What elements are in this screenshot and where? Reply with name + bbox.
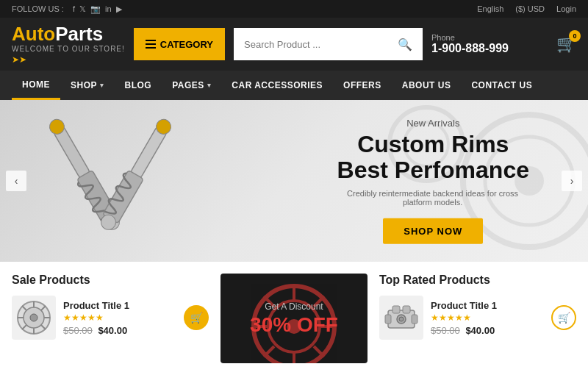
nav-pages[interactable]: PAGES ▾ — [162, 71, 221, 100]
promo-discount: 30% OFF — [250, 315, 338, 335]
phone-label: Phone — [431, 33, 455, 42]
hero-description: Credibly reintermediate backend ideas fo… — [337, 189, 528, 207]
svg-point-41 — [399, 317, 404, 321]
top-rated-product-name: Product Title 1 — [431, 300, 544, 311]
top-rated-product-thumbnail — [379, 296, 423, 340]
nav-car-accessories[interactable]: CAR ACCESSORIES — [221, 71, 333, 100]
currency-display: ($) USD — [515, 4, 545, 13]
shock-absorber-svg — [37, 111, 184, 251]
youtube-icon[interactable]: ▶ — [116, 4, 122, 14]
sale-price-new: $40.00 — [98, 325, 127, 336]
top-rated-product-info: Product Title 1 ★★★★★ $50.00 $40.00 — [431, 300, 544, 336]
nav-contact[interactable]: CONTACT US — [461, 71, 542, 100]
top-rated-price-old: $50.00 — [431, 325, 460, 336]
hero-content: New Arrivals Custom Rims Best Perfomance… — [337, 118, 529, 244]
svg-line-34 — [264, 346, 274, 357]
phone-section: Phone 1-900-888-999 — [431, 33, 542, 55]
nav-home[interactable]: HOME — [12, 71, 60, 100]
login-link[interactable]: Login — [556, 4, 576, 13]
promo-content: Get A Discount 30% OFF — [250, 301, 338, 335]
logo[interactable]: AutoParts WELCOME TO OUR STORE! ➤➤ — [12, 24, 125, 65]
top-rated-section: Top Rated Products Product Title 1 ★★★★★… — [379, 274, 576, 363]
header: AutoParts WELCOME TO OUR STORE! ➤➤ CATEG… — [0, 18, 588, 71]
twitter-icon[interactable]: 𝕏 — [79, 4, 86, 14]
follow-label: FOLLOW US : — [12, 4, 64, 13]
sale-add-to-cart-button[interactable]: 🛒 — [184, 305, 209, 330]
wheel-icon — [15, 299, 53, 337]
svg-point-15 — [30, 314, 37, 321]
engine-icon — [382, 299, 420, 337]
sale-products-title: Sale Products — [12, 274, 209, 287]
sale-products-section: Sale Products Product Title — [12, 274, 209, 363]
svg-rect-37 — [403, 306, 410, 313]
search-bar: 🔍 — [234, 28, 423, 60]
top-rated-product-price: $50.00 $40.00 — [431, 325, 544, 336]
nav-offers[interactable]: OFFERS — [333, 71, 392, 100]
logo-decoration: ➤➤ — [12, 54, 125, 65]
category-label: CATEGORY — [160, 39, 213, 50]
linkedin-icon[interactable]: in — [105, 4, 112, 13]
top-rated-product-item: Product Title 1 ★★★★★ $50.00 $40.00 🛒 — [379, 296, 576, 340]
phone-number: 1-900-888-999 — [431, 42, 509, 55]
top-rated-title: Top Rated Products — [379, 274, 576, 287]
logo-parts: Parts — [55, 23, 103, 45]
nav-blog[interactable]: BLOG — [115, 71, 162, 100]
category-button[interactable]: CATEGORY — [134, 28, 225, 60]
language-selector[interactable]: English — [477, 4, 503, 13]
svg-rect-39 — [412, 315, 417, 324]
hero-next-button[interactable]: › — [562, 171, 582, 191]
sale-product-info: Product Title 1 ★★★★★ $50.00 $40.00 — [63, 300, 176, 336]
svg-rect-38 — [385, 315, 391, 324]
hero-cta-button[interactable]: SHOP NOW — [383, 218, 483, 244]
hamburger-icon — [146, 40, 156, 49]
sale-product-thumbnail — [12, 296, 56, 340]
instagram-icon[interactable]: 📷 — [90, 4, 101, 14]
promo-banner[interactable]: Get A Discount 30% OFF — [220, 274, 368, 363]
social-section: FOLLOW US : f 𝕏 📷 in ▶ — [12, 4, 122, 14]
social-icons: f 𝕏 📷 in ▶ — [73, 4, 122, 14]
hero-subtitle: New Arrivals — [337, 118, 529, 129]
logo-subtitle: WELCOME TO OUR STORE! — [12, 45, 125, 53]
bottom-section: Sale Products Product Title — [0, 262, 588, 375]
cart-icon[interactable]: 🛒 0 — [556, 35, 576, 54]
hero-product-image — [29, 107, 191, 254]
hero-title: Custom Rims Best Perfomance — [337, 132, 529, 183]
sale-product-name: Product Title 1 — [63, 300, 176, 311]
top-rated-product-stars: ★★★★★ — [431, 312, 544, 323]
nav-shop[interactable]: SHOP ▾ — [60, 71, 115, 100]
hero-prev-button[interactable]: ‹ — [6, 171, 26, 191]
svg-rect-36 — [392, 306, 400, 313]
hero-section: New Arrivals Custom Rims Best Perfomance… — [0, 100, 588, 262]
sale-product-item: Product Title 1 ★★★★★ $50.00 $40.00 🛒 — [12, 296, 209, 340]
facebook-icon[interactable]: f — [73, 4, 75, 13]
main-nav: HOME SHOP ▾ BLOG PAGES ▾ CAR ACCESSORIES… — [0, 71, 588, 100]
search-button[interactable]: 🔍 — [387, 28, 423, 60]
svg-line-32 — [314, 346, 324, 357]
sale-price-old: $50.00 — [63, 325, 93, 336]
top-bar-right: English ($) USD Login — [477, 4, 576, 13]
nav-about[interactable]: ABOUT US — [392, 71, 462, 100]
sale-product-stars: ★★★★★ — [63, 312, 176, 323]
search-input[interactable] — [234, 28, 387, 60]
top-rated-price-new: $40.00 — [465, 325, 495, 336]
top-bar: FOLLOW US : f 𝕏 📷 in ▶ English ($) USD L… — [0, 0, 588, 18]
cart-badge: 0 — [569, 30, 581, 42]
top-rated-add-to-cart-button[interactable]: 🛒 — [551, 305, 576, 330]
promo-label: Get A Discount — [250, 301, 338, 312]
sale-product-price: $50.00 $40.00 — [63, 325, 176, 336]
logo-auto: Auto — [12, 23, 55, 45]
